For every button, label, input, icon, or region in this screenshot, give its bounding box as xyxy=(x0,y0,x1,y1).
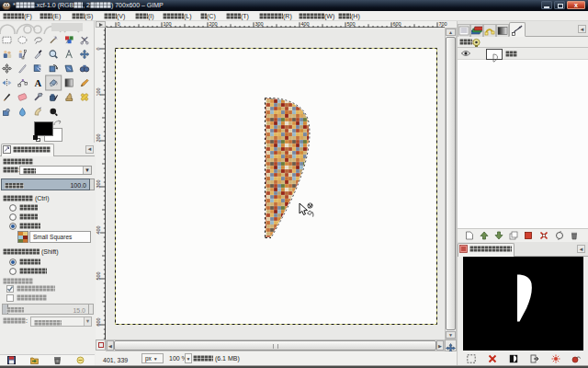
svg-text:500: 500 xyxy=(96,271,101,280)
svg-text:100: 100 xyxy=(96,87,101,96)
svg-text:300: 300 xyxy=(255,21,264,27)
svg-text:A: A xyxy=(34,78,41,88)
svg-text:400: 400 xyxy=(96,225,101,234)
svg-text:0: 0 xyxy=(118,21,120,27)
svg-text:0: 0 xyxy=(96,47,101,50)
svg-text:700: 700 xyxy=(439,21,447,27)
svg-text:200: 200 xyxy=(209,21,218,27)
svg-text:200: 200 xyxy=(96,133,101,142)
svg-text:300: 300 xyxy=(96,179,101,188)
svg-text:500: 500 xyxy=(347,21,356,27)
svg-text:600: 600 xyxy=(393,21,401,27)
svg-text:400: 400 xyxy=(301,21,310,27)
svg-text:600: 600 xyxy=(96,317,101,326)
svg-text:c: c xyxy=(84,36,85,40)
svg-text:100: 100 xyxy=(164,21,172,27)
